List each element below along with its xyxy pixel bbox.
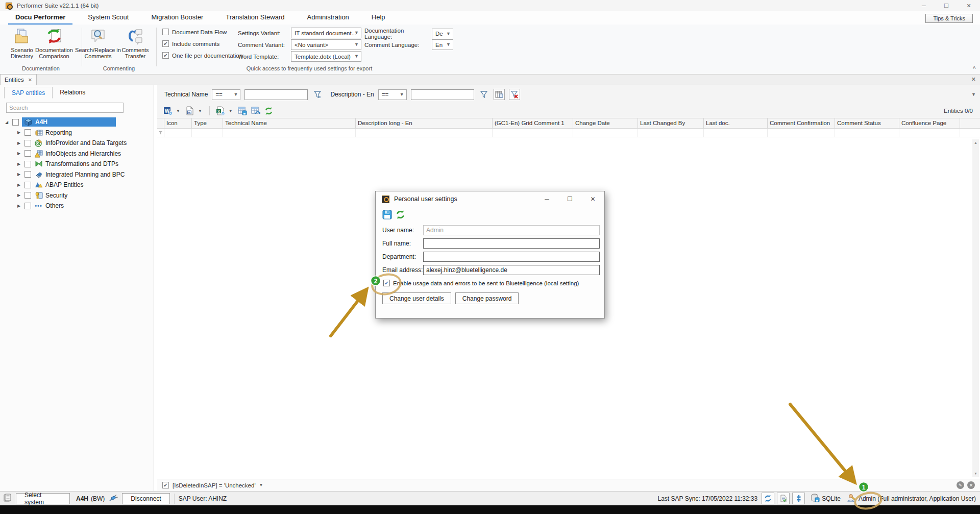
checkbox[interactable]: ✔ bbox=[162, 52, 169, 59]
disconnect-button[interactable]: Disconnect bbox=[122, 493, 169, 504]
export-excel-icon[interactable]: X bbox=[215, 105, 226, 116]
expander-collapsed-icon[interactable]: ▶ bbox=[16, 162, 21, 166]
description-operator-select[interactable]: ==▼ bbox=[378, 89, 407, 100]
expander-collapsed-icon[interactable]: ▶ bbox=[16, 172, 21, 177]
save-layout-icon[interactable] bbox=[237, 105, 248, 116]
checkbox[interactable] bbox=[24, 150, 31, 157]
expander-collapsed-icon[interactable]: ▶ bbox=[16, 151, 21, 156]
tree-item-reporting[interactable]: ▶ Reporting bbox=[0, 128, 154, 138]
dialog-minimize-button[interactable]: ─ bbox=[535, 191, 558, 207]
column-header-comment-status[interactable]: Comment Status bbox=[835, 118, 899, 129]
tab-administration[interactable]: Administration bbox=[300, 11, 356, 25]
maximize-window-button[interactable]: ☐ bbox=[935, 0, 958, 11]
comment-variant-select[interactable]: <No variant>▼ bbox=[291, 39, 361, 50]
close-filter-icon[interactable]: ✕ bbox=[967, 481, 975, 489]
checkbox[interactable] bbox=[24, 171, 31, 178]
ribbon-checkbox-include-comments[interactable]: ✔ Include comments bbox=[162, 40, 219, 47]
expander-collapsed-icon[interactable]: ▶ bbox=[16, 204, 21, 208]
vertical-scrollbar[interactable]: ▲ ▼ bbox=[972, 139, 979, 477]
dialog-maximize-button[interactable]: ☐ bbox=[558, 191, 581, 207]
edit-filter-icon[interactable]: ✎ bbox=[957, 481, 964, 489]
change-user-details-button[interactable]: Change user details bbox=[382, 292, 451, 304]
chevron-down-icon[interactable]: ▼ bbox=[176, 109, 180, 113]
scroll-up-icon[interactable]: ▲ bbox=[972, 139, 979, 146]
tab-sap-entities[interactable]: SAP entities bbox=[4, 87, 53, 99]
reload-layout-icon[interactable] bbox=[250, 105, 261, 116]
close-panel-icon[interactable]: ✕ bbox=[971, 76, 976, 83]
usage-data-checkbox[interactable]: ✔ bbox=[383, 280, 390, 286]
tree-item-others[interactable]: ▶ ••• Others bbox=[0, 201, 154, 211]
expander-collapsed-icon[interactable]: ▶ bbox=[16, 183, 21, 187]
department-field[interactable] bbox=[423, 252, 600, 262]
word-template-select[interactable]: Template.dotx (Local)▼ bbox=[291, 51, 361, 62]
checkbox[interactable] bbox=[24, 161, 31, 167]
full-name-field[interactable] bbox=[423, 238, 600, 249]
tree-item-abap-entities[interactable]: ▶ ABAP Entities bbox=[0, 180, 154, 190]
tab-migration-booster[interactable]: Migration Booster bbox=[144, 11, 210, 25]
entities-document-tab[interactable]: Entities ✕ bbox=[0, 74, 37, 85]
select-system-button[interactable]: Select system bbox=[16, 493, 70, 504]
tree-item-a4h[interactable]: ◢ A4H bbox=[0, 117, 154, 128]
chevron-down-icon[interactable]: ▼ bbox=[259, 483, 263, 487]
ribbon-checkbox-one-file-per-doc[interactable]: ✔ One file per documentation bbox=[162, 52, 242, 59]
sync-refresh-button[interactable] bbox=[762, 493, 774, 504]
tree-item-infoprovider[interactable]: ▶ InfoProvider and Data Targets bbox=[0, 138, 154, 149]
tab-relations[interactable]: Relations bbox=[53, 87, 92, 99]
chevron-down-icon[interactable]: ▼ bbox=[198, 109, 202, 113]
expander-collapsed-icon[interactable]: ▶ bbox=[16, 130, 21, 135]
log-document-button[interactable] bbox=[777, 493, 790, 504]
tab-translation-steward[interactable]: Translation Steward bbox=[218, 11, 291, 25]
column-header-last-changed-by[interactable]: Last Changed By bbox=[638, 118, 704, 129]
checkbox[interactable]: ✔ bbox=[162, 40, 169, 47]
settings-variant-select[interactable]: IT standard document...▼ bbox=[291, 28, 361, 38]
tab-help[interactable]: Help bbox=[364, 11, 393, 25]
word-document-icon[interactable]: w bbox=[184, 105, 195, 116]
column-header-last-doc[interactable]: Last doc. bbox=[704, 118, 768, 129]
expander-collapsed-icon[interactable]: ▶ bbox=[16, 193, 21, 198]
filter-icon[interactable] bbox=[478, 89, 489, 100]
column-header-comment-confirmation[interactable]: Comment Confirmation bbox=[768, 118, 835, 129]
refresh-icon[interactable] bbox=[263, 105, 275, 116]
technical-name-filter-input[interactable] bbox=[244, 89, 308, 100]
documentation-language-select[interactable]: De▼ bbox=[432, 29, 453, 39]
comments-transfer-button[interactable]: Comments Transfer bbox=[118, 27, 152, 59]
apply-filter-icon[interactable] bbox=[312, 89, 323, 100]
tree-item-integrated-planning[interactable]: ▶ Integrated Planning and BPC bbox=[0, 169, 154, 180]
refresh-icon[interactable] bbox=[396, 210, 405, 221]
tab-system-scout[interactable]: System Scout bbox=[81, 11, 136, 25]
dialog-close-button[interactable]: ✕ bbox=[581, 191, 604, 207]
clear-filter-icon[interactable] bbox=[509, 89, 520, 100]
chevron-down-icon[interactable]: ▼ bbox=[971, 92, 976, 97]
grid-auto-filter-row[interactable] bbox=[157, 129, 980, 137]
column-header-technical-name[interactable]: Technical Name bbox=[223, 118, 356, 129]
chevron-down-icon[interactable]: ▼ bbox=[229, 109, 233, 113]
search-replace-comments-button[interactable]: Search/Replace in Comments bbox=[75, 27, 121, 59]
scroll-down-icon[interactable]: ▼ bbox=[972, 470, 979, 477]
collapse-ribbon-icon[interactable]: ˄ bbox=[973, 64, 976, 70]
documentation-comparison-button[interactable]: Documentation Comparison bbox=[31, 27, 78, 59]
checkbox[interactable] bbox=[24, 192, 31, 199]
column-header-confluence-page[interactable]: Confluence Page bbox=[899, 118, 960, 129]
checkbox[interactable] bbox=[162, 29, 169, 35]
column-header-change-date[interactable]: Change Date bbox=[573, 118, 638, 129]
tips-and-tricks-button[interactable]: Tips & Tricks bbox=[925, 14, 973, 23]
column-header-icon[interactable]: Icon bbox=[164, 118, 192, 129]
tree-item-infoobjects[interactable]: ▶ InfoObjects and Hierarchies bbox=[0, 149, 154, 159]
tab-docu-performer[interactable]: Docu Performer bbox=[8, 11, 72, 25]
filter-panel-icon[interactable] bbox=[494, 89, 505, 100]
settings-slider-button[interactable] bbox=[792, 493, 805, 504]
change-password-button[interactable]: Change password bbox=[455, 292, 519, 304]
usage-data-checkbox-row[interactable]: ✔ Enable usage data and errors to be sen… bbox=[376, 280, 604, 286]
export-word-icon[interactable]: W bbox=[162, 105, 174, 116]
checkbox[interactable] bbox=[24, 140, 31, 146]
tree-item-transformations[interactable]: ▶ Transformations and DTPs bbox=[0, 159, 154, 169]
expander-collapsed-icon[interactable]: ▶ bbox=[16, 141, 21, 145]
minimize-window-button[interactable]: ─ bbox=[913, 0, 935, 11]
technical-name-operator-select[interactable]: ==▼ bbox=[212, 89, 240, 100]
close-tab-icon[interactable]: ✕ bbox=[28, 77, 32, 83]
checkbox[interactable] bbox=[12, 119, 19, 126]
footer-filter-checkbox[interactable]: ✔ bbox=[162, 482, 169, 488]
close-window-button[interactable]: ✕ bbox=[958, 0, 980, 11]
column-header-type[interactable]: Type bbox=[192, 118, 223, 129]
checkbox[interactable] bbox=[24, 203, 31, 209]
